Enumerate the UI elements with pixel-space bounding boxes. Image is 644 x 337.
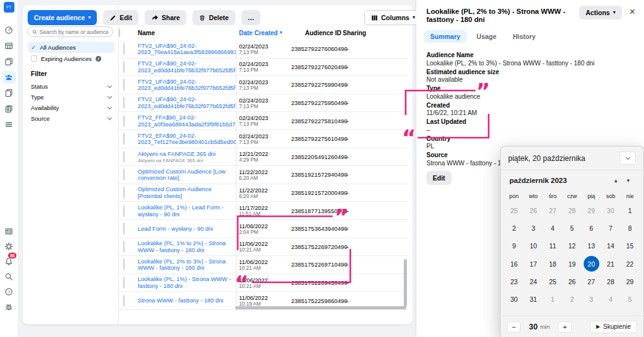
audience-name-link[interactable]: Strona WWW - fasttony - 180 dni — [138, 297, 223, 304]
table-row[interactable]: FTV2_UFA$90_24-02-2023_ed0dd41bfe76b32f9… — [119, 58, 409, 77]
calendar-day[interactable]: 30 — [601, 202, 621, 219]
gauge-icon[interactable] — [2, 24, 16, 36]
calendar-day[interactable]: 14 — [601, 237, 621, 255]
filter-group-availability[interactable]: Availability — [28, 102, 114, 113]
audience-name-link[interactable]: Lookalike (PL, 1%) - Strona WWW - fastto… — [138, 276, 231, 289]
row-checkbox[interactable] — [123, 241, 125, 253]
calendar-day[interactable]: 1 — [543, 290, 562, 308]
calendar-day[interactable]: 5 — [562, 219, 582, 237]
filter-group-status[interactable]: Status — [28, 81, 114, 92]
calendar-day[interactable]: 8 — [620, 219, 640, 237]
row-checkbox[interactable] — [123, 79, 125, 91]
search-input[interactable] — [40, 29, 109, 35]
row-checkbox[interactable] — [123, 133, 125, 145]
audience-name-link[interactable]: Optimized Custom Audience [Potential cli… — [138, 186, 211, 199]
calendar-day[interactable]: 4 — [601, 290, 621, 308]
row-checkbox[interactable] — [123, 277, 125, 289]
audience-name-link[interactable]: FTV2_EFA$90_24-02-2023_7ef127ee3be980401… — [138, 133, 236, 146]
calendar-day[interactable]: 23 — [504, 273, 524, 290]
row-checkbox[interactable] — [123, 168, 125, 180]
calendar-day[interactable]: 7 — [601, 219, 621, 237]
row-checkbox[interactable] — [123, 205, 125, 217]
row-checkbox[interactable] — [123, 151, 125, 163]
search-rail-icon[interactable] — [2, 270, 16, 283]
table-row[interactable]: FTV2_UFA$90_24-02-2023_ed0dd41bfe76b32f9… — [119, 76, 409, 94]
audience-name-link[interactable]: Lead Form - wysłany - 90 dni — [138, 226, 213, 232]
focus-button[interactable]: ▶ Skupienie — [590, 321, 637, 333]
calendar-day[interactable]: 3 — [524, 219, 543, 237]
bell-icon[interactable]: 88 — [2, 255, 16, 268]
news-icon[interactable] — [2, 225, 16, 238]
audience-name-link[interactable]: Aktywni na FANPAGE 365 dni — [138, 151, 216, 157]
gear-icon[interactable] — [2, 240, 16, 253]
calendar-day[interactable]: 27 — [582, 273, 601, 290]
audiences-icon[interactable] — [2, 71, 16, 84]
calendar-collapse-button[interactable] — [619, 152, 636, 165]
calendar-prev-icon[interactable]: ▲ — [609, 177, 622, 185]
actions-button[interactable]: Actions▾ — [579, 6, 622, 19]
row-checkbox[interactable] — [123, 258, 125, 270]
calendar-day[interactable]: 28 — [601, 273, 621, 290]
audience-name-link[interactable]: Lookalike (PL, 2% to 3%) - Strona WWW - … — [138, 258, 226, 272]
filter-group-source[interactable]: Source — [28, 113, 114, 124]
table-row[interactable]: FTV2_EFA$90_24-02-2023_7ef127ee3be980401… — [119, 130, 409, 148]
calendar-day[interactable]: 9 — [504, 237, 524, 255]
row-checkbox[interactable] — [123, 43, 125, 55]
calendar-day[interactable]: 25 — [504, 202, 524, 219]
row-checkbox[interactable] — [123, 187, 125, 199]
audience-name-link[interactable]: Lookalike (PL, 1% to 2%) - Strona WWW - … — [138, 240, 226, 253]
calendar-day[interactable]: 1 — [620, 202, 640, 219]
horizontal-scrollbar[interactable] — [235, 306, 406, 309]
calendar-day[interactable]: 21 — [601, 255, 621, 273]
calendar-day[interactable]: 3 — [582, 290, 601, 308]
calendar-day[interactable]: 19 — [562, 255, 582, 273]
table-row[interactable]: Aktywni na FANPAGE 365 dniAktywni na FAN… — [119, 148, 409, 167]
panel-edit-button[interactable]: Edit — [426, 171, 452, 185]
table-row[interactable]: Optimized Custom Audience [Potential cli… — [119, 184, 409, 202]
audience-name-link[interactable]: FTV2_UFA$90_24-02-2023_70ea415a1aea3f583… — [138, 43, 236, 56]
col-sharing[interactable]: Sharing — [343, 30, 409, 36]
table-row[interactable]: Optimized Custom Audience [Low conversio… — [119, 166, 409, 184]
table-row[interactable]: FTV2_UFA$90_24-02-2023_70ea415a1aea3f583… — [119, 40, 409, 58]
calendar-day[interactable]: 11 — [543, 237, 562, 255]
calendar-day[interactable]: 20 — [582, 255, 601, 273]
calendar-day[interactable]: 24 — [524, 273, 543, 290]
col-name[interactable]: Name — [138, 30, 236, 36]
calendar-day[interactable]: 10 — [524, 237, 543, 255]
vertical-scrollbar[interactable] — [404, 259, 407, 307]
calendar-day[interactable]: 13 — [582, 237, 601, 255]
catalog-icon[interactable] — [2, 102, 16, 115]
calendar-day[interactable]: 18 — [543, 255, 562, 273]
table-row[interactable]: FTV2_UFA$90_24-02-2023_ed0dd41bfe76b32f9… — [119, 94, 409, 113]
calendar-day[interactable]: 2 — [504, 219, 524, 237]
calendar-day[interactable]: 12 — [562, 237, 582, 255]
tab-summary[interactable]: Summary — [424, 30, 467, 43]
row-checkbox[interactable] — [123, 295, 125, 307]
app-logo[interactable]: FT — [4, 2, 14, 13]
calendar-day[interactable]: 28 — [562, 202, 582, 219]
calendar-day[interactable]: 4 — [543, 219, 562, 237]
filter-expiring-audiences[interactable]: Expiring Audiences i — [28, 53, 114, 64]
audience-name-link[interactable]: FTV2_UFA$90_24-02-2023_ed0dd41bfe76b32f9… — [138, 79, 235, 92]
col-date-created[interactable]: Date Created▾ — [236, 30, 289, 36]
calendar-day[interactable]: 16 — [504, 255, 524, 273]
checkbox[interactable] — [31, 55, 37, 62]
close-icon[interactable]: × — [627, 6, 638, 18]
tab-usage[interactable]: Usage — [470, 30, 503, 43]
table-row[interactable]: Lookalike (PL, 1% to 2%) - Strona WWW - … — [119, 238, 409, 257]
tables-icon[interactable] — [2, 40, 16, 52]
audience-name-link[interactable]: FTV2_FFA$90_24-02-2023_a0f3ea688443ada2f… — [138, 114, 235, 128]
audience-name-link[interactable]: Lookalike (PL, 1%) - Lead Form - wysłany… — [138, 204, 224, 218]
calendar-day[interactable]: 27 — [543, 202, 562, 219]
bug-icon[interactable] — [2, 301, 16, 313]
filter-all-audiences[interactable]: ✓ All Audiences — [28, 41, 114, 53]
search-box[interactable] — [28, 26, 113, 37]
calendar-day[interactable]: 29 — [582, 202, 601, 219]
calendar-day[interactable]: 22 — [620, 255, 640, 273]
calendar-day[interactable]: 5 — [620, 290, 640, 308]
col-audience-id[interactable]: Audience ID — [289, 30, 343, 36]
calendar-day[interactable]: 17 — [524, 255, 543, 273]
audience-name-link[interactable]: FTV2_UFA$90_24-02-2023_ed0dd41bfe76b32f9… — [138, 60, 235, 74]
row-checkbox[interactable] — [123, 115, 125, 127]
select-all-checkbox[interactable] — [119, 29, 120, 37]
